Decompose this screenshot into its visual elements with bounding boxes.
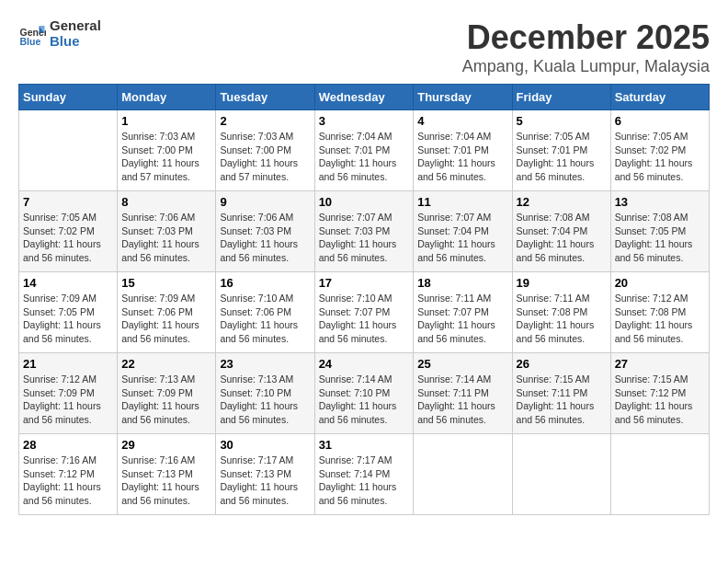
day-info: Sunrise: 7:16 AMSunset: 7:13 PMDaylight:…: [121, 454, 211, 508]
day-info: Sunrise: 7:14 AMSunset: 7:11 PMDaylight:…: [417, 373, 507, 427]
day-number: 4: [417, 114, 507, 128]
calendar-cell: 21Sunrise: 7:12 AMSunset: 7:09 PMDayligh…: [19, 353, 118, 434]
day-number: 11: [417, 195, 507, 209]
day-number: 27: [615, 357, 705, 371]
title-section: December 2025 Ampang, Kuala Lumpur, Mala…: [462, 18, 710, 76]
day-number: 28: [23, 438, 113, 452]
day-number: 14: [23, 276, 113, 290]
col-header-monday: Monday: [118, 85, 216, 110]
svg-text:Blue: Blue: [20, 36, 41, 47]
calendar-cell: 8Sunrise: 7:06 AMSunset: 7:03 PMDaylight…: [118, 191, 216, 272]
calendar-cell: 26Sunrise: 7:15 AMSunset: 7:11 PMDayligh…: [512, 353, 610, 434]
day-info: Sunrise: 7:15 AMSunset: 7:11 PMDaylight:…: [517, 373, 607, 427]
logo: General Blue General Blue: [18, 18, 101, 49]
day-number: 26: [517, 357, 607, 371]
day-info: Sunrise: 7:07 AMSunset: 7:03 PMDaylight:…: [319, 211, 410, 265]
day-number: 23: [220, 357, 310, 371]
calendar-cell: 6Sunrise: 7:05 AMSunset: 7:02 PMDaylight…: [610, 110, 709, 191]
day-number: 1: [121, 114, 211, 128]
calendar-cell: 27Sunrise: 7:15 AMSunset: 7:12 PMDayligh…: [610, 353, 709, 434]
col-header-tuesday: Tuesday: [216, 85, 314, 110]
day-info: Sunrise: 7:13 AMSunset: 7:09 PMDaylight:…: [121, 373, 211, 427]
calendar-cell: [414, 434, 512, 515]
calendar-week-row: 7Sunrise: 7:05 AMSunset: 7:02 PMDaylight…: [19, 191, 710, 272]
calendar-cell: 31Sunrise: 7:17 AMSunset: 7:14 PMDayligh…: [314, 434, 414, 515]
calendar-cell: 29Sunrise: 7:16 AMSunset: 7:13 PMDayligh…: [118, 434, 216, 515]
day-info: Sunrise: 7:03 AMSunset: 7:00 PMDaylight:…: [121, 130, 211, 184]
day-number: 7: [23, 195, 113, 209]
calendar-cell: 30Sunrise: 7:17 AMSunset: 7:13 PMDayligh…: [216, 434, 314, 515]
calendar-cell: 1Sunrise: 7:03 AMSunset: 7:00 PMDaylight…: [118, 110, 216, 191]
calendar-cell: [19, 110, 118, 191]
calendar-week-row: 28Sunrise: 7:16 AMSunset: 7:12 PMDayligh…: [19, 434, 710, 515]
day-info: Sunrise: 7:05 AMSunset: 7:02 PMDaylight:…: [23, 211, 113, 265]
calendar-cell: 23Sunrise: 7:13 AMSunset: 7:10 PMDayligh…: [216, 353, 314, 434]
month-title: December 2025: [462, 18, 710, 57]
day-info: Sunrise: 7:13 AMSunset: 7:10 PMDaylight:…: [220, 373, 310, 427]
day-number: 9: [220, 195, 310, 209]
calendar-cell: 13Sunrise: 7:08 AMSunset: 7:05 PMDayligh…: [610, 191, 709, 272]
day-number: 12: [517, 195, 607, 209]
calendar-table: SundayMondayTuesdayWednesdayThursdayFrid…: [18, 84, 710, 515]
day-number: 20: [615, 276, 705, 290]
calendar-cell: 28Sunrise: 7:16 AMSunset: 7:12 PMDayligh…: [19, 434, 118, 515]
day-info: Sunrise: 7:17 AMSunset: 7:13 PMDaylight:…: [220, 454, 310, 508]
calendar-cell: 20Sunrise: 7:12 AMSunset: 7:08 PMDayligh…: [610, 272, 709, 353]
day-number: 21: [23, 357, 113, 371]
day-number: 25: [417, 357, 507, 371]
day-info: Sunrise: 7:11 AMSunset: 7:07 PMDaylight:…: [417, 292, 507, 346]
day-number: 8: [121, 195, 211, 209]
day-number: 18: [417, 276, 507, 290]
calendar-cell: [610, 434, 709, 515]
day-number: 22: [121, 357, 211, 371]
day-info: Sunrise: 7:08 AMSunset: 7:05 PMDaylight:…: [615, 211, 705, 265]
calendar-week-row: 14Sunrise: 7:09 AMSunset: 7:05 PMDayligh…: [19, 272, 710, 353]
day-info: Sunrise: 7:03 AMSunset: 7:00 PMDaylight:…: [220, 130, 310, 184]
day-info: Sunrise: 7:08 AMSunset: 7:04 PMDaylight:…: [517, 211, 607, 265]
calendar-week-row: 21Sunrise: 7:12 AMSunset: 7:09 PMDayligh…: [19, 353, 710, 434]
page-header: General Blue General Blue December 2025 …: [18, 18, 710, 76]
day-info: Sunrise: 7:09 AMSunset: 7:06 PMDaylight:…: [121, 292, 211, 346]
day-number: 5: [517, 114, 607, 128]
logo-blue: Blue: [50, 34, 101, 50]
day-info: Sunrise: 7:16 AMSunset: 7:12 PMDaylight:…: [23, 454, 113, 508]
col-header-thursday: Thursday: [414, 85, 512, 110]
day-info: Sunrise: 7:07 AMSunset: 7:04 PMDaylight:…: [417, 211, 507, 265]
calendar-cell: 25Sunrise: 7:14 AMSunset: 7:11 PMDayligh…: [414, 353, 512, 434]
calendar-cell: 19Sunrise: 7:11 AMSunset: 7:08 PMDayligh…: [512, 272, 610, 353]
day-info: Sunrise: 7:15 AMSunset: 7:12 PMDaylight:…: [615, 373, 705, 427]
calendar-header-row: SundayMondayTuesdayWednesdayThursdayFrid…: [19, 85, 710, 110]
day-info: Sunrise: 7:12 AMSunset: 7:09 PMDaylight:…: [23, 373, 113, 427]
calendar-cell: 10Sunrise: 7:07 AMSunset: 7:03 PMDayligh…: [314, 191, 414, 272]
day-info: Sunrise: 7:04 AMSunset: 7:01 PMDaylight:…: [417, 130, 507, 184]
calendar-cell: 18Sunrise: 7:11 AMSunset: 7:07 PMDayligh…: [414, 272, 512, 353]
calendar-cell: 17Sunrise: 7:10 AMSunset: 7:07 PMDayligh…: [314, 272, 414, 353]
day-number: 3: [319, 114, 410, 128]
day-number: 31: [319, 438, 410, 452]
calendar-cell: 22Sunrise: 7:13 AMSunset: 7:09 PMDayligh…: [118, 353, 216, 434]
day-number: 6: [615, 114, 705, 128]
location-title: Ampang, Kuala Lumpur, Malaysia: [462, 57, 710, 76]
day-info: Sunrise: 7:05 AMSunset: 7:01 PMDaylight:…: [517, 130, 607, 184]
col-header-saturday: Saturday: [610, 85, 709, 110]
day-info: Sunrise: 7:05 AMSunset: 7:02 PMDaylight:…: [615, 130, 705, 184]
calendar-cell: 5Sunrise: 7:05 AMSunset: 7:01 PMDaylight…: [512, 110, 610, 191]
calendar-cell: [512, 434, 610, 515]
day-info: Sunrise: 7:09 AMSunset: 7:05 PMDaylight:…: [23, 292, 113, 346]
day-number: 16: [220, 276, 310, 290]
day-info: Sunrise: 7:17 AMSunset: 7:14 PMDaylight:…: [319, 454, 410, 508]
day-number: 19: [517, 276, 607, 290]
day-number: 29: [121, 438, 211, 452]
col-header-sunday: Sunday: [19, 85, 118, 110]
day-info: Sunrise: 7:10 AMSunset: 7:07 PMDaylight:…: [319, 292, 410, 346]
calendar-cell: 16Sunrise: 7:10 AMSunset: 7:06 PMDayligh…: [216, 272, 314, 353]
logo-icon: General Blue: [18, 20, 46, 48]
calendar-cell: 3Sunrise: 7:04 AMSunset: 7:01 PMDaylight…: [314, 110, 414, 191]
calendar-cell: 14Sunrise: 7:09 AMSunset: 7:05 PMDayligh…: [19, 272, 118, 353]
logo-general: General: [50, 18, 101, 34]
day-number: 17: [319, 276, 410, 290]
day-info: Sunrise: 7:04 AMSunset: 7:01 PMDaylight:…: [319, 130, 410, 184]
calendar-cell: 24Sunrise: 7:14 AMSunset: 7:10 PMDayligh…: [314, 353, 414, 434]
calendar-cell: 4Sunrise: 7:04 AMSunset: 7:01 PMDaylight…: [414, 110, 512, 191]
calendar-cell: 7Sunrise: 7:05 AMSunset: 7:02 PMDaylight…: [19, 191, 118, 272]
